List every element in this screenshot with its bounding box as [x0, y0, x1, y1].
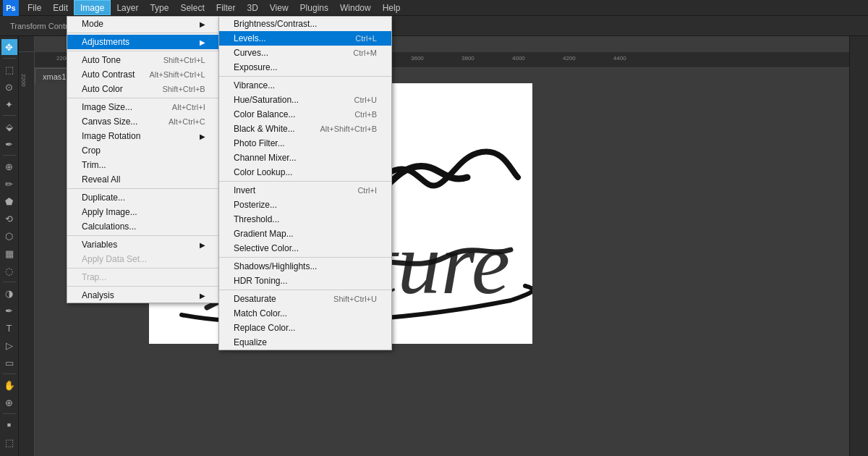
- tool-separator-1: [3, 58, 16, 59]
- menu-image-rotation[interactable]: Image Rotation ▶: [67, 129, 220, 143]
- menu-shadows-highlights[interactable]: Shadows/Highlights...: [219, 259, 391, 274]
- menu-vibrance[interactable]: Vibrance...: [219, 78, 391, 93]
- eyedropper-tool[interactable]: ✒: [1, 136, 17, 152]
- tool-separator-3: [3, 155, 16, 156]
- menu-variables[interactable]: Variables ▶: [67, 237, 220, 252]
- menu-posterize[interactable]: Posterize...: [219, 198, 391, 212]
- menu-analysis[interactable]: Analysis ▶: [67, 288, 220, 303]
- adj-separator-4: [219, 290, 391, 290]
- menu-threshold[interactable]: Threshold...: [219, 212, 391, 227]
- menu-filter[interactable]: Filter: [210, 0, 242, 15]
- adjustments-dropdown-menu: Brightness/Contrast... Levels... Ctrl+L …: [218, 16, 392, 350]
- healing-tool[interactable]: ⊕: [1, 159, 17, 174]
- menu-color-lookup[interactable]: Color Lookup...: [219, 165, 391, 180]
- blur-tool[interactable]: ◌: [1, 263, 17, 279]
- ruler-vertical: 2200: [19, 52, 35, 456]
- menu-invert[interactable]: Invert Ctrl+I: [219, 183, 391, 198]
- menu-hdr-toning[interactable]: HDR Toning...: [219, 274, 391, 288]
- menu-curves[interactable]: Curves... Ctrl+M: [219, 46, 391, 60]
- menu-match-color[interactable]: Match Color...: [219, 306, 391, 321]
- fg-bg-color[interactable]: ■: [1, 417, 17, 433]
- menu-adjustments[interactable]: Adjustments ▶: [67, 35, 220, 49]
- tab-name: xmas1: [43, 72, 66, 81]
- adjustments-arrow-icon: ▶: [200, 38, 205, 46]
- pen-tool[interactable]: ✒: [1, 303, 17, 318]
- brush-tool[interactable]: ✏: [1, 176, 17, 192]
- menu-equalize[interactable]: Equalize: [219, 335, 391, 350]
- tool-separator-4: [3, 282, 16, 282]
- path-select-tool[interactable]: ▷: [1, 337, 17, 353]
- menu-auto-contrast[interactable]: Auto Contrast Alt+Shift+Ctrl+L: [67, 67, 220, 82]
- zoom-tool[interactable]: ⊕: [1, 394, 17, 410]
- menu-help[interactable]: Help: [377, 0, 407, 15]
- menu-file[interactable]: File: [22, 0, 47, 15]
- tool-separator-5: [3, 373, 16, 374]
- menu-reveal-all[interactable]: Reveal All: [67, 172, 220, 187]
- menu-apply-dataset[interactable]: Apply Data Set...: [67, 252, 220, 266]
- menu-apply-image[interactable]: Apply Image...: [67, 205, 220, 219]
- menu-3d[interactable]: 3D: [241, 0, 263, 15]
- menu-edit[interactable]: Edit: [47, 0, 74, 15]
- menu-image-size[interactable]: Image Size... Alt+Ctrl+I: [67, 100, 220, 114]
- right-panel: [849, 36, 868, 456]
- menu-auto-tone[interactable]: Auto Tone Shift+Ctrl+L: [67, 53, 220, 67]
- quick-select-tool[interactable]: ✦: [1, 96, 17, 112]
- lasso-tool[interactable]: ⊙: [1, 79, 17, 95]
- hand-tool[interactable]: ✋: [1, 377, 17, 393]
- menu-black-white[interactable]: Black & White... Alt+Shift+Ctrl+B: [219, 122, 391, 136]
- menu-trap[interactable]: Trap...: [67, 270, 220, 284]
- menu-gradient-map[interactable]: Gradient Map...: [219, 227, 391, 241]
- menu-image[interactable]: Image: [74, 0, 111, 15]
- separator-2: [67, 51, 220, 51]
- menu-mode[interactable]: Mode ▶: [67, 17, 220, 31]
- quickmask-btn[interactable]: ⬚: [1, 434, 17, 450]
- menu-hue-saturation[interactable]: Hue/Saturation... Ctrl+U: [219, 93, 391, 107]
- eraser-tool[interactable]: ⬡: [1, 228, 17, 244]
- menu-desaturate[interactable]: Desaturate Shift+Ctrl+U: [219, 292, 391, 306]
- menu-photo-filter[interactable]: Photo Filter...: [219, 136, 391, 151]
- stamp-tool[interactable]: ⬟: [1, 193, 17, 209]
- menu-replace-color[interactable]: Replace Color...: [219, 321, 391, 335]
- left-toolbar: ✥ ⬚ ⊙ ✦ ⬙ ✒ ⊕ ✏ ⬟ ⟲ ⬡ ▦ ◌ ◑ ✒ T ▷ ▭ ✋ ⊕ …: [0, 36, 19, 456]
- mode-arrow-icon: ▶: [200, 20, 205, 28]
- analysis-arrow-icon: ▶: [200, 292, 205, 300]
- menu-color-balance[interactable]: Color Balance... Ctrl+B: [219, 107, 391, 122]
- menu-layer[interactable]: Layer: [111, 0, 144, 15]
- image-dropdown-menu: Mode ▶ Adjustments ▶ Auto Tone Shift+Ctr…: [67, 16, 221, 303]
- menu-duplicate[interactable]: Duplicate...: [67, 190, 220, 205]
- menu-type[interactable]: Type: [144, 0, 174, 15]
- menu-selective-color[interactable]: Selective Color...: [219, 241, 391, 256]
- separator-4: [67, 188, 220, 189]
- menu-canvas-size[interactable]: Canvas Size... Alt+Ctrl+C: [67, 114, 220, 129]
- variables-arrow-icon: ▶: [200, 241, 205, 249]
- menu-plugins[interactable]: Plugins: [294, 0, 334, 15]
- menu-calculations[interactable]: Calculations...: [67, 219, 220, 234]
- gradient-tool[interactable]: ▦: [1, 245, 17, 261]
- separator-6: [67, 268, 220, 269]
- separator-3: [67, 98, 220, 98]
- menu-bar: Ps File Edit Image Layer Type Select Fil…: [0, 0, 868, 16]
- adj-separator-1: [219, 76, 391, 77]
- menu-channel-mixer[interactable]: Channel Mixer...: [219, 151, 391, 165]
- rotation-arrow-icon: ▶: [200, 132, 205, 140]
- separator-1: [67, 33, 220, 33]
- history-tool[interactable]: ⟲: [1, 211, 17, 227]
- menu-select[interactable]: Select: [174, 0, 210, 15]
- menu-exposure[interactable]: Exposure...: [219, 60, 391, 75]
- adj-separator-3: [219, 257, 391, 258]
- menu-auto-color[interactable]: Auto Color Shift+Ctrl+B: [67, 82, 220, 96]
- menu-levels[interactable]: Levels... Ctrl+L: [219, 31, 391, 46]
- menu-brightness-contrast[interactable]: Brightness/Contrast...: [219, 17, 391, 31]
- menu-trim[interactable]: Trim...: [67, 158, 220, 172]
- shape-tool[interactable]: ▭: [1, 355, 17, 371]
- menu-window[interactable]: Window: [334, 0, 377, 15]
- dodge-tool[interactable]: ◑: [1, 285, 17, 301]
- type-tool[interactable]: T: [1, 320, 17, 336]
- move-tool[interactable]: ✥: [1, 39, 17, 55]
- crop-tool[interactable]: ⬙: [1, 119, 17, 135]
- adj-separator-2: [219, 181, 391, 182]
- separator-7: [67, 286, 220, 287]
- menu-view[interactable]: View: [264, 0, 294, 15]
- menu-crop[interactable]: Crop: [67, 143, 220, 158]
- marquee-tool[interactable]: ⬚: [1, 62, 17, 77]
